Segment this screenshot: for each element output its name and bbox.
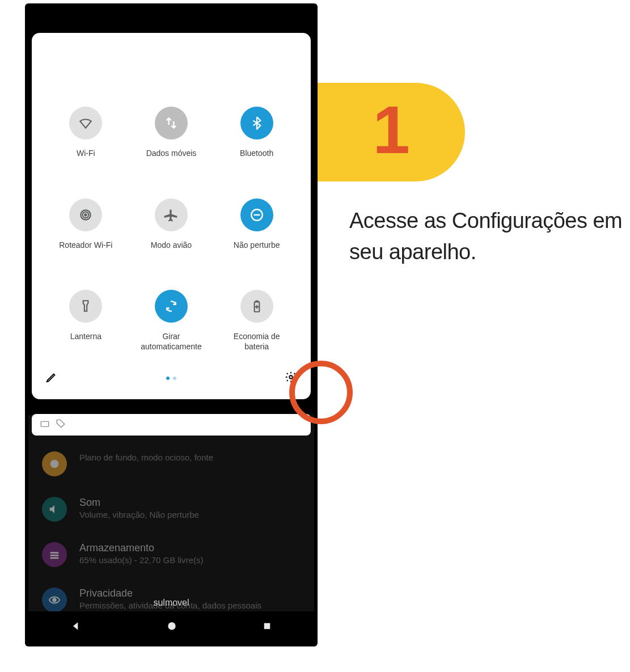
quick-settings-tiles: Wi-Fi Dados móveis Bluetooth [32, 107, 311, 352]
tile-label: Bluetooth [217, 149, 297, 159]
tile-label: Dados móveis [132, 149, 211, 159]
tag-icon [56, 419, 66, 431]
tile-label: Economia de bateria [217, 332, 297, 352]
phone-frame: Plano de fundo, modo ocioso, fonte Som V… [25, 3, 318, 646]
tile-label: Lanterna [46, 332, 125, 342]
edit-tiles-button[interactable] [45, 371, 58, 386]
battery-icon [240, 290, 273, 323]
tile-label: Wi-Fi [46, 149, 125, 159]
tile-bluetooth[interactable]: Bluetooth [214, 107, 299, 159]
svg-rect-3 [50, 557, 59, 559]
tile-label: Girar automaticamente [132, 332, 211, 352]
page-indicator [166, 377, 176, 380]
tile-autorotate[interactable]: Girar automaticamente [129, 290, 214, 352]
quick-settings-panel: Wi-Fi Dados móveis Bluetooth [32, 33, 311, 399]
step-number: 1 [373, 96, 410, 163]
flashlight-icon [69, 290, 102, 323]
svg-point-5 [84, 213, 87, 215]
sound-icon [42, 497, 67, 522]
nav-recent-button[interactable] [262, 621, 272, 633]
status-bar [28, 7, 314, 27]
settings-row-display[interactable]: Plano de fundo, modo ocioso, fonte [42, 441, 301, 487]
settings-row-sound[interactable]: Som Volume, vibração, Não perturbe [42, 487, 301, 532]
tile-airplane[interactable]: Modo avião [129, 198, 214, 251]
settings-button[interactable] [285, 371, 297, 386]
svg-rect-11 [255, 301, 257, 302]
tile-label: Não perturbe [217, 240, 297, 251]
phone-screen: Plano de fundo, modo ocioso, fonte Som V… [28, 7, 314, 643]
tile-wifi[interactable]: Wi-Fi [43, 107, 129, 159]
dnd-icon [240, 198, 273, 231]
svg-point-19 [168, 622, 175, 629]
data-icon [155, 107, 188, 140]
settings-row-sub: 65% usado(s) - 22,70 GB livre(s) [79, 555, 301, 565]
svg-rect-2 [50, 555, 59, 556]
airplane-icon [155, 198, 188, 231]
wifi-icon [69, 107, 102, 140]
page-dot-1 [166, 377, 170, 380]
tile-label: Modo avião [132, 240, 211, 251]
display-icon [42, 451, 67, 476]
page-dot-2 [173, 377, 176, 380]
rotate-icon [155, 290, 188, 323]
nav-back-button[interactable] [70, 620, 82, 634]
keyboard-icon [40, 419, 50, 431]
svg-rect-1 [50, 552, 59, 553]
settings-background: Plano de fundo, modo ocioso, fonte Som V… [28, 415, 314, 611]
settings-row-storage[interactable]: Armazenamento 65% usado(s) - 22,70 GB li… [42, 532, 301, 577]
tile-flashlight[interactable]: Lanterna [43, 290, 129, 352]
navigation-bar [28, 611, 314, 643]
settings-row-sub: Volume, vibração, Não perturbe [79, 510, 301, 519]
settings-row-sub: Plano de fundo, modo ocioso, fonte [79, 453, 301, 462]
instruction-text: Acesse as Configurações em seu aparelho. [349, 205, 630, 268]
bluetooth-icon [240, 107, 273, 140]
hotspot-icon [69, 198, 102, 231]
svg-point-0 [50, 460, 59, 468]
svg-rect-20 [264, 623, 270, 629]
step-badge: 1 [318, 83, 465, 181]
notification-icons-bar [32, 414, 311, 436]
nav-home-button[interactable] [166, 620, 177, 634]
tile-hotspot[interactable]: Roteador Wi-Fi [43, 198, 129, 251]
settings-row-title: Armazenamento [79, 542, 301, 554]
settings-row-title: Som [79, 497, 301, 509]
tile-dnd[interactable]: Não perturbe [214, 198, 299, 251]
svg-point-14 [289, 375, 293, 379]
tile-battery-saver[interactable]: Economia de bateria [214, 290, 299, 352]
storage-icon [42, 542, 67, 567]
svg-rect-15 [41, 421, 49, 426]
tile-mobile-data[interactable]: Dados móveis [129, 107, 214, 159]
tile-label: Roteador Wi-Fi [46, 240, 125, 251]
carrier-label: sulmovel [28, 598, 314, 608]
quick-settings-footer [32, 352, 311, 390]
